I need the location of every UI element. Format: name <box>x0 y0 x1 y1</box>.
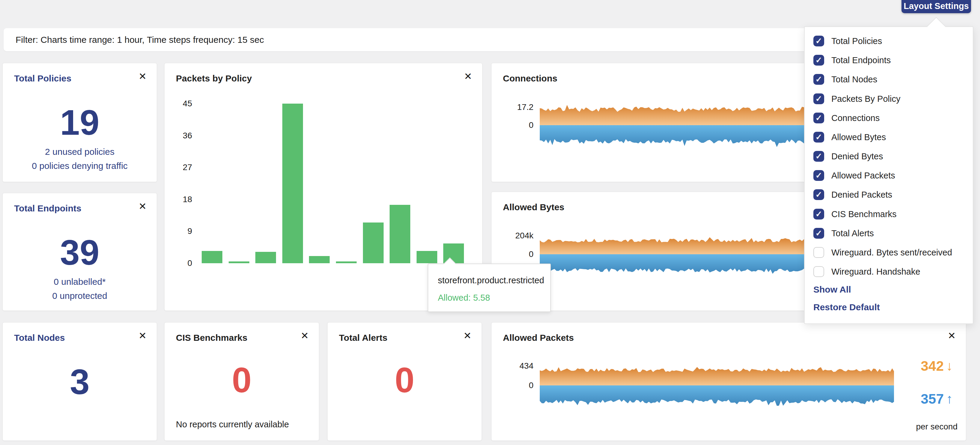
card-cis-benchmarks: CIS Benchmarks ✕ 0 No reports currently … <box>164 322 319 441</box>
checkbox-checked-icon[interactable]: ✓ <box>813 228 824 239</box>
y-tick-label: 45 <box>164 98 192 109</box>
card-total-alerts: Total Alerts ✕ 0 <box>327 322 482 441</box>
tooltip-allowed-value: Allowed: 5.58 <box>438 293 490 303</box>
checkbox-checked-icon[interactable]: ✓ <box>813 93 824 104</box>
packets-received-stat: 342 ↓ <box>921 358 953 374</box>
bar-allowed-0[interactable] <box>202 251 223 263</box>
card-title-connections: Connections <box>503 73 557 84</box>
bar-allowed-6[interactable] <box>363 223 383 263</box>
y-max-label: 434 <box>492 361 533 371</box>
packets-sent-value: 357 <box>921 391 944 407</box>
layout-settings-option-label: Wireguard. Bytes sent/received <box>831 243 952 262</box>
close-icon[interactable]: ✕ <box>463 330 471 341</box>
close-icon[interactable]: ✕ <box>138 330 146 341</box>
y-zero-label: 0 <box>492 249 533 259</box>
checkbox-checked-icon[interactable]: ✓ <box>813 209 824 220</box>
total-policies-value: 19 <box>3 101 157 143</box>
close-icon[interactable]: ✕ <box>138 201 146 212</box>
unused-policies-text: 2 unused policies <box>3 147 157 157</box>
layout-settings-option-label: Wireguard. Handshake <box>831 262 920 281</box>
tooltip-policy-name: storefront.product.restricted <box>438 276 544 285</box>
checkbox-checked-icon[interactable]: ✓ <box>813 112 824 124</box>
per-second-label: per second <box>916 422 958 432</box>
card-title-packets-by-policy: Packets by Policy <box>176 73 252 84</box>
layout-settings-option-label: CIS Benchmarks <box>831 204 897 224</box>
card-title-total-alerts: Total Alerts <box>339 333 388 343</box>
checkbox-checked-icon[interactable]: ✓ <box>813 170 824 181</box>
card-allowed-packets: Allowed Packets ✕ 434 0 342 ↓ 357 ↑ per … <box>491 322 966 441</box>
close-icon[interactable]: ✕ <box>464 71 472 82</box>
cis-benchmarks-value: 0 <box>164 359 319 401</box>
layout-settings-option-label: Denied Packets <box>831 185 892 204</box>
bar-allowed-1[interactable] <box>229 261 249 263</box>
layout-settings-option-allowed-bytes[interactable]: ✓Allowed Bytes <box>805 128 973 147</box>
cis-benchmarks-note: No reports currently available <box>176 420 289 429</box>
bar-allowed-5[interactable] <box>336 261 356 263</box>
close-icon[interactable]: ✕ <box>948 330 956 341</box>
card-title-cis-benchmarks: CIS Benchmarks <box>176 333 247 343</box>
y-tick-label: 0 <box>164 258 192 269</box>
y-tick-label: 18 <box>164 194 192 205</box>
layout-settings-option-connections[interactable]: ✓Connections <box>805 108 973 128</box>
bar-allowed-7[interactable] <box>390 205 410 263</box>
layout-settings-option-label: Allowed Bytes <box>831 128 886 147</box>
layout-settings-option-total-nodes[interactable]: ✓Total Nodes <box>805 70 973 89</box>
layout-settings-option-total-endpoints[interactable]: ✓Total Endpoints <box>805 51 973 70</box>
packets-sent-stat: 357 ↑ <box>921 391 953 407</box>
close-icon[interactable]: ✕ <box>138 71 146 82</box>
layout-settings-option-packets-by-policy[interactable]: ✓Packets By Policy <box>805 89 973 108</box>
close-icon[interactable]: ✕ <box>301 330 309 341</box>
y-tick-label: 36 <box>164 130 192 141</box>
checkbox-checked-icon[interactable]: ✓ <box>813 36 824 46</box>
layout-settings-option-total-policies[interactable]: ✓Total Policies <box>805 32 973 51</box>
layout-settings-option-denied-packets[interactable]: ✓Denied Packets <box>805 185 973 204</box>
checkbox-checked-icon[interactable]: ✓ <box>813 55 824 66</box>
card-title-total-endpoints: Total Endpoints <box>14 203 81 214</box>
layout-settings-option-wireguard-handshake[interactable]: Wireguard. Handshake <box>805 262 973 281</box>
layout-settings-option-cis-benchmarks[interactable]: ✓CIS Benchmarks <box>805 204 973 224</box>
y-max-label: 17.2 <box>492 102 533 112</box>
total-nodes-value: 3 <box>3 361 157 403</box>
packets-by-policy-bar-chart[interactable] <box>198 104 468 263</box>
bar-allowed-2[interactable] <box>255 252 276 263</box>
checkbox-unchecked-icon[interactable] <box>813 247 824 258</box>
y-max-label: 204k <box>492 231 533 241</box>
bar-allowed-8[interactable] <box>417 251 437 263</box>
checkbox-checked-icon[interactable]: ✓ <box>813 189 824 200</box>
show-all-link[interactable]: Show All <box>813 283 933 296</box>
layout-settings-option-label: Packets By Policy <box>831 89 900 108</box>
layout-settings-option-label: Allowed Packets <box>831 166 895 185</box>
checkbox-checked-icon[interactable]: ✓ <box>813 132 824 143</box>
total-endpoints-value: 39 <box>3 231 157 273</box>
allowed-packets-area-chart[interactable] <box>540 361 894 417</box>
packets-received-value: 342 <box>921 358 944 374</box>
card-total-endpoints: Total Endpoints ✕ 39 0 unlabelled* 0 unp… <box>2 193 157 311</box>
layout-settings-option-total-alerts[interactable]: ✓Total Alerts <box>805 224 973 243</box>
restore-default-link[interactable]: Restore Default <box>813 301 933 314</box>
card-title-total-policies: Total Policies <box>14 73 71 84</box>
y-tick-label: 9 <box>164 226 192 237</box>
layout-settings-option-label: Denied Bytes <box>831 147 883 166</box>
unlabelled-text: 0 unlabelled* <box>3 277 157 287</box>
total-alerts-value: 0 <box>328 359 482 401</box>
card-total-policies: Total Policies ✕ 19 2 unused policies 0 … <box>2 63 157 182</box>
bar-tooltip: storefront.product.restricted Allowed: 5… <box>428 263 551 312</box>
card-total-nodes: Total Nodes ✕ 3 <box>2 322 157 441</box>
layout-settings-option-label: Total Endpoints <box>831 51 891 70</box>
checkbox-checked-icon[interactable]: ✓ <box>813 74 824 85</box>
denying-policies-text: 0 policies denying traffic <box>3 161 157 171</box>
card-title-allowed-bytes: Allowed Bytes <box>503 202 564 212</box>
layout-settings-option-denied-bytes[interactable]: ✓Denied Bytes <box>805 147 973 166</box>
bar-allowed-4[interactable] <box>309 256 330 263</box>
layout-settings-option-wireguard-bytes-sent-received[interactable]: Wireguard. Bytes sent/received <box>805 243 973 262</box>
filter-summary-text: Filter: Charts time range: 1 hour, Time … <box>16 28 264 51</box>
bar-allowed-3[interactable] <box>282 104 303 263</box>
checkbox-checked-icon[interactable]: ✓ <box>813 151 824 162</box>
unprotected-text: 0 unprotected <box>3 291 157 301</box>
layout-settings-option-allowed-packets[interactable]: ✓Allowed Packets <box>805 166 973 185</box>
layout-settings-button[interactable]: Layout Settings <box>902 0 971 13</box>
card-title-total-nodes: Total Nodes <box>14 333 65 343</box>
y-zero-label: 0 <box>492 120 533 130</box>
checkbox-unchecked-icon[interactable] <box>813 266 824 277</box>
layout-settings-option-label: Total Policies <box>831 32 882 51</box>
